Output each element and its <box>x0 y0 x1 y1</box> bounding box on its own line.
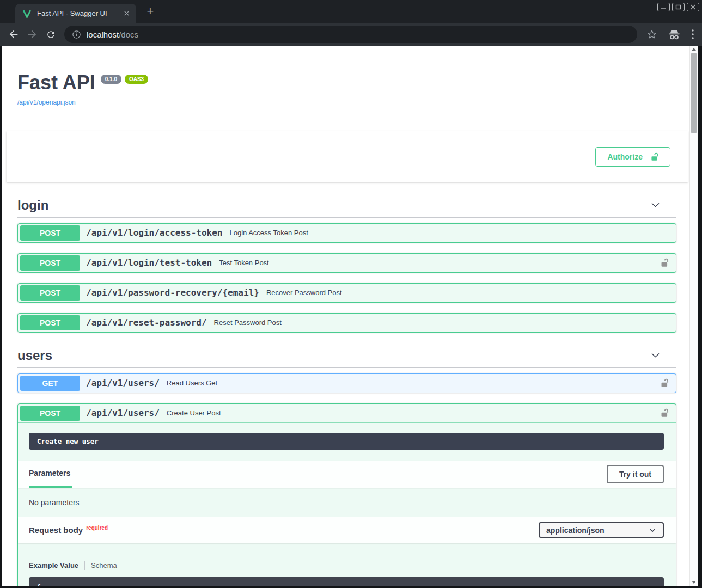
operation-summary[interactable]: POST /api/v1/login/test-token Test Token… <box>18 254 676 272</box>
scheme-container: Authorize <box>7 131 688 182</box>
operation-path: /api/v1/users/ <box>86 408 160 418</box>
version-badge: 0.1.0 <box>101 75 121 84</box>
opblock: POST /api/v1/login/test-token Test Token… <box>17 253 676 273</box>
tab-close-icon[interactable] <box>121 8 132 19</box>
method-badge: POST <box>20 406 80 421</box>
url-host: localhost <box>87 30 119 39</box>
url-path: /docs <box>119 30 138 39</box>
auth-lock-icon[interactable] <box>660 258 669 268</box>
window-controls <box>657 3 699 11</box>
scrollbar-thumb[interactable] <box>691 53 697 133</box>
operation-path: /api/v1/password-recovery/{email} <box>86 287 259 298</box>
tag-name-login: login <box>17 198 650 213</box>
parameters-header: Parameters Try it out <box>18 461 676 488</box>
site-info-icon[interactable] <box>72 30 81 39</box>
page-title: Fast API <box>17 72 95 94</box>
browser-tab[interactable]: Fast API - Swagger UI <box>15 4 136 23</box>
auth-lock-icon[interactable] <box>660 378 669 388</box>
method-badge: POST <box>20 315 80 330</box>
opblock: POST /api/v1/login/access-token Login Ac… <box>17 223 676 243</box>
url-text[interactable]: localhost/docs <box>87 30 138 39</box>
opblock: GET /api/v1/users/ Read Users Get <box>17 373 676 393</box>
chevron-down-icon[interactable] <box>650 199 661 211</box>
request-body-title: Request bodyrequired <box>29 525 108 535</box>
operation-path: /api/v1/login/test-token <box>86 258 212 268</box>
titlebar: Fast API - Swagger UI + <box>0 0 702 23</box>
model-example: Example Value Schema { <box>18 543 676 586</box>
browser-toolbar: localhost/docs <box>0 23 702 46</box>
method-badge: POST <box>20 285 80 301</box>
oas3-badge: OAS3 <box>125 75 148 84</box>
incognito-icon <box>668 29 681 40</box>
tag-section-login: login POST /api/v1/login/access-token Lo… <box>17 194 676 333</box>
scroll-up-arrow[interactable] <box>690 46 698 53</box>
operation-summary[interactable]: POST /api/v1/password-recovery/{email} R… <box>18 284 676 302</box>
operation-summary[interactable]: POST /api/v1/reset-password/ Reset Passw… <box>18 314 676 332</box>
unlock-icon <box>650 152 658 162</box>
operation-summary-text: Login Access Token Post <box>229 229 308 237</box>
request-body-header: Request bodyrequired application/json <box>18 517 676 543</box>
operation-path: /api/v1/users/ <box>86 378 160 388</box>
media-type-select[interactable]: application/json <box>539 522 664 538</box>
swagger-page: Fast API 0.1.0 OAS3 /api/v1/openapi.json… <box>2 46 689 586</box>
operation-summary-text: Recover Password Post <box>266 289 342 297</box>
no-parameters-text: No parameters <box>18 488 676 517</box>
address-bar[interactable]: localhost/docs <box>64 26 637 43</box>
browser-window: Fast API - Swagger UI + <box>0 0 702 588</box>
tab-example-value[interactable]: Example Value <box>29 561 78 569</box>
method-badge: POST <box>20 255 80 271</box>
operation-path: /api/v1/reset-password/ <box>86 317 207 328</box>
page-scrollbar[interactable] <box>689 46 698 586</box>
operation-summary-text: Reset Password Post <box>214 318 282 327</box>
bookmark-star-icon[interactable] <box>646 29 657 40</box>
example-code-block[interactable]: { <box>29 577 664 586</box>
required-flag: required <box>86 525 108 531</box>
tag-section-users: users GET /api/v1/users/ Read Users Get <box>17 345 676 586</box>
select-chevron-icon <box>649 526 656 534</box>
tab-schema[interactable]: Schema <box>91 561 117 569</box>
opblock-expanded: POST /api/v1/users/ Create User Post Cre… <box>17 403 676 586</box>
tag-name-users: users <box>17 348 650 363</box>
media-type-value: application/json <box>546 526 605 535</box>
operation-summary-text: Test Token Post <box>219 259 269 267</box>
authorize-button[interactable]: Authorize <box>595 147 670 167</box>
method-badge: POST <box>20 225 80 241</box>
operation-summary[interactable]: GET /api/v1/users/ Read Users Get <box>18 374 676 393</box>
operation-description: Create new user <box>29 433 664 450</box>
favicon-icon <box>22 9 32 18</box>
maximize-button[interactable] <box>672 3 685 11</box>
back-icon[interactable] <box>7 27 21 41</box>
opblock: POST /api/v1/password-recovery/{email} R… <box>17 283 676 303</box>
operation-body: Create new user Parameters Try it out No… <box>18 433 676 586</box>
openapi-spec-link[interactable]: /api/v1/openapi.json <box>17 99 76 106</box>
authorize-label: Authorize <box>607 152 643 161</box>
api-info: Fast API 0.1.0 OAS3 /api/v1/openapi.json <box>17 72 676 107</box>
operation-summary-text: Read Users Get <box>167 379 217 387</box>
new-tab-button[interactable]: + <box>143 4 157 19</box>
operation-summary[interactable]: POST /api/v1/users/ Create User Post <box>18 404 676 423</box>
operation-summary-text: Create User Post <box>167 409 221 417</box>
opblock: POST /api/v1/reset-password/ Reset Passw… <box>17 313 676 333</box>
tab-separator <box>84 561 85 570</box>
operation-summary[interactable]: POST /api/v1/login/access-token Login Ac… <box>18 224 676 242</box>
forward-icon[interactable] <box>25 27 39 41</box>
minimize-button[interactable] <box>657 3 670 11</box>
auth-lock-icon[interactable] <box>660 408 669 418</box>
close-button[interactable] <box>687 3 699 11</box>
parameters-tab[interactable]: Parameters <box>29 461 72 488</box>
tab-title: Fast API - Swagger UI <box>37 9 119 17</box>
scroll-down-arrow[interactable] <box>690 579 698 586</box>
operation-path: /api/v1/login/access-token <box>86 228 222 238</box>
try-it-out-button[interactable]: Try it out <box>607 465 664 483</box>
method-badge: GET <box>20 376 80 391</box>
browser-menu-icon[interactable] <box>691 29 694 40</box>
reload-icon[interactable] <box>44 27 58 41</box>
chevron-down-icon[interactable] <box>650 350 661 361</box>
